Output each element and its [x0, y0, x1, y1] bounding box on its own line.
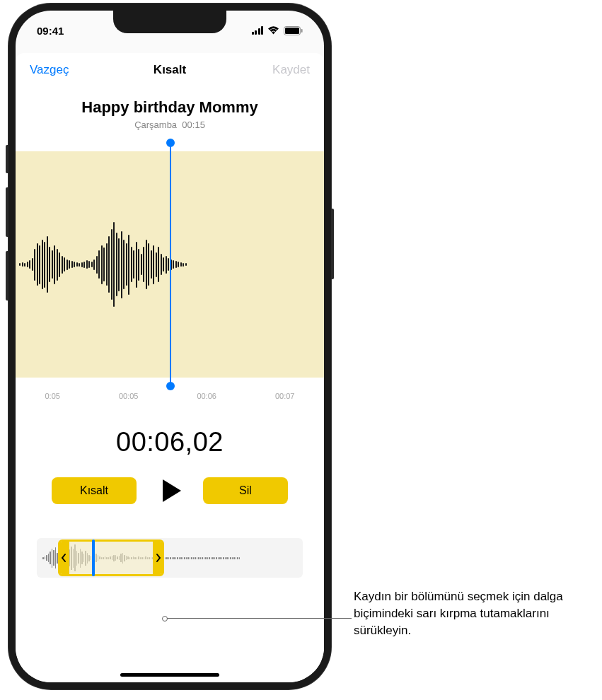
- ruler-tick: 00:07: [275, 392, 295, 400]
- wifi-icon: [267, 26, 279, 35]
- chevron-right-icon: [156, 553, 161, 563]
- recording-header: Happy birthday Mommy Çarşamba 00:15: [16, 84, 324, 137]
- delete-button[interactable]: Sil: [203, 477, 288, 504]
- callout-text: Kaydın bir bölümünü seçmek için dalga bi…: [354, 588, 587, 638]
- recording-meta: Çarşamba 00:15: [30, 119, 310, 130]
- phone-frame: 09:41 Vazgeç Kısalt Kaydet: [8, 4, 331, 689]
- status-indicators: [252, 26, 303, 35]
- power-button: [331, 209, 334, 279]
- mute-switch: [6, 145, 8, 173]
- ruler-tick: 0:05: [45, 392, 59, 400]
- recording-title: Happy birthday Mommy: [30, 98, 310, 117]
- chevron-left-icon: [61, 553, 66, 563]
- status-time: 09:41: [37, 25, 64, 37]
- time-display: 00:06,02: [16, 406, 324, 475]
- cellular-icon: [252, 26, 264, 35]
- nav-title: Kısalt: [154, 63, 186, 77]
- ruler-tick: 00:05: [119, 392, 139, 400]
- trim-selection[interactable]: [58, 539, 164, 576]
- nav-bar: Vazgeç Kısalt Kaydet: [16, 53, 324, 84]
- trim-handle-right[interactable]: [153, 542, 164, 574]
- controls: Kısalt Sil: [16, 475, 324, 506]
- save-button[interactable]: Kaydet: [272, 63, 310, 77]
- ruler-tick: 00:06: [197, 392, 216, 400]
- recording-day: Çarşamba: [134, 119, 177, 130]
- callout-line: [164, 618, 352, 619]
- play-icon: [163, 479, 181, 502]
- svg-rect-2: [301, 29, 303, 33]
- cancel-button[interactable]: Vazgeç: [30, 63, 69, 77]
- volume-down-button: [6, 251, 8, 301]
- waveform-view[interactable]: [16, 151, 324, 378]
- trim-button[interactable]: Kısalt: [52, 477, 137, 504]
- trim-handle-left[interactable]: [58, 542, 69, 574]
- notch: [113, 11, 226, 33]
- playhead[interactable]: [170, 143, 171, 386]
- screen: 09:41 Vazgeç Kısalt Kaydet: [16, 11, 324, 682]
- volume-up-button: [6, 187, 8, 237]
- home-indicator[interactable]: [120, 673, 219, 677]
- svg-rect-1: [285, 28, 299, 34]
- trim-sheet: Vazgeç Kısalt Kaydet Happy birthday Momm…: [16, 53, 324, 682]
- trim-overview[interactable]: [37, 538, 303, 578]
- trim-playhead[interactable]: [92, 539, 95, 576]
- play-button[interactable]: [154, 475, 185, 506]
- recording-duration: 00:15: [182, 119, 205, 130]
- battery-icon: [284, 26, 303, 35]
